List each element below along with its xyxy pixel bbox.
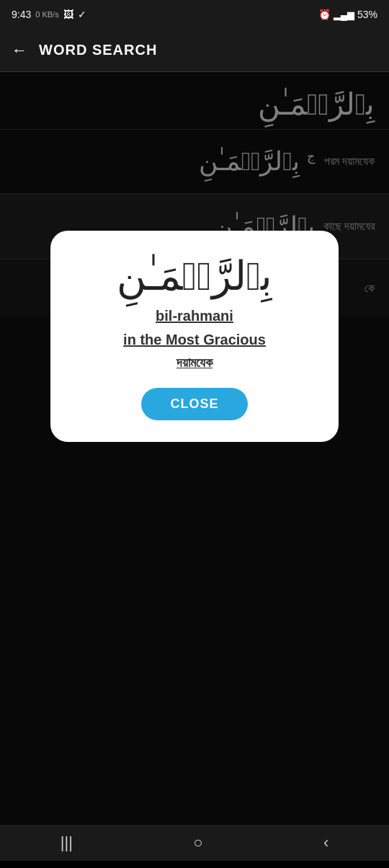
nav-home-icon[interactable]: ○ xyxy=(193,833,202,852)
popup-english: in the Most Gracious xyxy=(123,332,266,348)
word-detail-popup: بِٱلرَّحۡمَـٰنِ bil-rahmani in the Most … xyxy=(50,231,339,442)
back-button[interactable]: ← xyxy=(12,41,27,60)
signal-icon: ▂▄▆ xyxy=(334,9,354,20)
popup-arabic-text: بِٱلرَّحۡمَـٰنِ xyxy=(117,252,272,299)
close-button[interactable]: CLOSE xyxy=(141,388,247,420)
page-title: WORD SEARCH xyxy=(39,42,157,58)
popup-bengali: দয়ামযেক xyxy=(176,355,213,371)
check-icon: ✓ xyxy=(78,9,86,20)
popup-transliteration: bil-rahmani xyxy=(156,308,233,324)
bottom-nav: ||| ○ ‹ xyxy=(0,825,389,861)
status-left: 9:43 0 KB/s 🖼 ✓ xyxy=(12,9,86,20)
app-header: ← WORD SEARCH xyxy=(0,29,389,72)
status-bar: 9:43 0 KB/s 🖼 ✓ ⏰ ▂▄▆ 53% xyxy=(0,0,389,29)
battery-display: 53% xyxy=(357,9,377,20)
alarm-icon: ⏰ xyxy=(318,9,331,20)
kbs-display: 0 KB/s xyxy=(35,10,58,19)
nav-back-icon[interactable]: ‹ xyxy=(323,833,328,852)
nav-recent-icon[interactable]: ||| xyxy=(61,833,73,852)
status-right: ⏰ ▂▄▆ 53% xyxy=(318,9,377,20)
main-content: بِٱلرَّحۡمَـٰنِ ج بِٱلرَّحۡمَـٰنِ পরম দয… xyxy=(0,72,389,861)
modal-overlay: بِٱلرَّحۡمَـٰنِ bil-rahmani in the Most … xyxy=(0,72,389,861)
time-display: 9:43 xyxy=(12,9,31,20)
photo-icon: 🖼 xyxy=(63,9,73,20)
